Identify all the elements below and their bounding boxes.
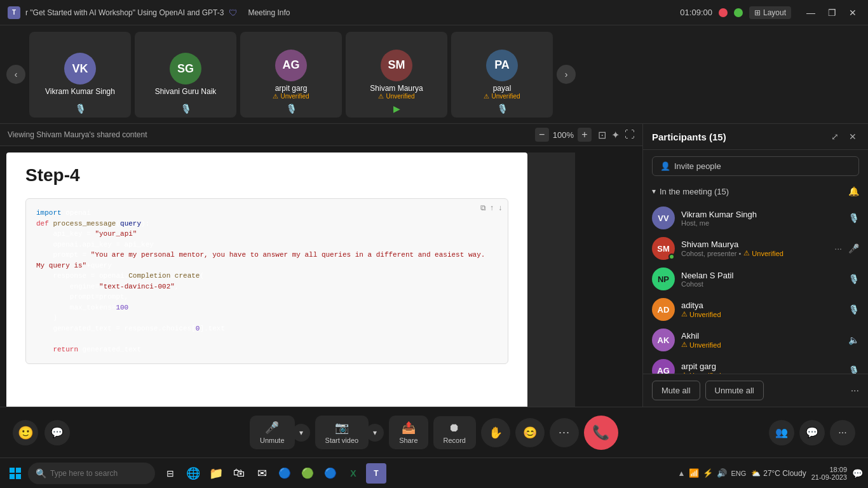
- list-item[interactable]: SM Shivam Maurya Cohost, presenter • ⚠ U…: [643, 233, 868, 264]
- participant-info-np: Neelan S Patil Cohost: [681, 271, 842, 288]
- participant-role-sm: Cohost, presenter • ⚠ Unverified: [681, 249, 828, 257]
- unmute-arrow-btn[interactable]: ▾: [292, 424, 310, 442]
- participants-strip: ‹ VK Vikram Kumar Singh 🎙️ SG Shivani Gu…: [0, 25, 868, 124]
- zoom-out-btn[interactable]: −: [535, 128, 549, 142]
- close-btn[interactable]: ✕: [845, 6, 860, 19]
- taskbar-chrome3-btn[interactable]: 🔵: [320, 463, 341, 484]
- ctrl-center: 🎤 Unmute ▾ 📷 Start video ▾ 📤 Share ⏺ Re: [250, 416, 618, 450]
- magic-icon[interactable]: ✦: [611, 129, 620, 141]
- meeting-info-btn[interactable]: Meeting Info: [243, 7, 295, 18]
- strip-prev-btn[interactable]: ‹: [6, 65, 25, 84]
- copy-icon[interactable]: ⧉: [480, 203, 486, 214]
- taskbar-excel-btn[interactable]: X: [343, 463, 363, 484]
- maximize-btn[interactable]: ❐: [824, 6, 840, 19]
- list-item[interactable]: AD aditya ⚠ Unverified 🎙️: [643, 294, 868, 325]
- volume-icon[interactable]: 🔊: [717, 468, 727, 478]
- end-call-btn[interactable]: 📞: [584, 416, 618, 450]
- layout-icon: ⊞: [754, 8, 761, 17]
- zoom-controls: − 100% +: [535, 128, 592, 142]
- taskbar-apps: ⊟ 🌐 📁 🛍 ✉ 🔵 🟢 🔵 X T: [160, 463, 386, 484]
- slide-area: Step-4 ⧉ ↑ ↓ import openai def process_m…: [0, 146, 642, 438]
- strip-card-vikram[interactable]: VK Vikram Kumar Singh 🎙️: [29, 32, 131, 118]
- taskbar-explorer-btn[interactable]: 📁: [206, 463, 226, 484]
- invite-people-btn[interactable]: 👤 Invite people: [652, 156, 859, 176]
- more-options-right-btn[interactable]: ···: [830, 420, 855, 445]
- options-icon-sm[interactable]: ···: [834, 243, 842, 254]
- taskbar-store-btn[interactable]: 🛍: [229, 463, 249, 484]
- code-actions: ⧉ ↑ ↓: [480, 203, 503, 214]
- minimize-btn[interactable]: —: [803, 6, 819, 19]
- chat-btn[interactable]: 💬: [799, 420, 825, 445]
- windows-logo-icon: [9, 467, 22, 480]
- unmute-label: Unmute: [260, 437, 285, 444]
- list-item[interactable]: NP Neelan S Patil Cohost 🎙️: [643, 264, 868, 294]
- code-line-2: def process_message(query):: [36, 219, 498, 229]
- scroll-up-icon[interactable]: ↑: [490, 203, 494, 214]
- taskbar-search-box[interactable]: 🔍: [28, 463, 155, 484]
- participant-role-vv: Host, me: [681, 219, 842, 227]
- tray-up-arrow[interactable]: ▲: [677, 469, 685, 478]
- list-item[interactable]: VV Vikram Kumar Singh Host, me 🎙️: [643, 203, 868, 233]
- participants-btn[interactable]: 👥: [769, 420, 794, 445]
- raise-hand-btn[interactable]: ✋: [481, 418, 510, 447]
- taskbar-chrome2-btn[interactable]: 🟢: [297, 463, 318, 484]
- weather-text: 27°C Cloudy: [763, 469, 806, 478]
- mic-icon-np: 🎙️: [848, 274, 859, 284]
- chevron-down-icon: ▾: [652, 187, 656, 196]
- unmute-all-btn[interactable]: Unmute all: [705, 381, 764, 400]
- strip-mic-shivani: 🎙️: [180, 104, 191, 114]
- more-btn[interactable]: ···: [550, 418, 579, 447]
- share-btn[interactable]: 📤 Share: [389, 416, 428, 449]
- video-arrow-btn[interactable]: ▾: [366, 424, 384, 442]
- chat-toggle-btn[interactable]: 💬: [44, 420, 70, 445]
- strip-avatar-arpit: AG: [275, 50, 307, 81]
- strip-card-arpit[interactable]: AG arpit garg ⚠Unverified 🎙️: [240, 32, 342, 118]
- strip-card-shivam[interactable]: SM Shivam Maurya ⚠Unverified ▶: [346, 32, 447, 118]
- layout-btn[interactable]: ⊞ Layout: [749, 6, 791, 19]
- fullscreen-icon[interactable]: ⛶: [625, 129, 635, 141]
- section-header[interactable]: ▾ In the meeting (15) 🔔: [643, 182, 868, 200]
- search-input[interactable]: [50, 469, 147, 478]
- taskbar-teams-btn[interactable]: T: [366, 463, 386, 484]
- zoom-in-btn[interactable]: +: [578, 128, 592, 142]
- taskbar-taskview-btn[interactable]: ⊟: [160, 463, 180, 484]
- strip-card-payal[interactable]: PA payal ⚠Unverified 🎙️: [451, 32, 553, 118]
- list-item[interactable]: AK Akhil ⚠ Unverified 🔈: [643, 325, 868, 355]
- code-line-12: return generated_text: [36, 344, 498, 355]
- toolbar-icons: ⊡ ✦ ⛶: [598, 129, 635, 141]
- taskbar-edge-btn[interactable]: 🌐: [183, 463, 203, 484]
- panel-popout-btn[interactable]: ⤢: [829, 130, 841, 143]
- strip-card-shivani[interactable]: SG Shivani Guru Naik 🎙️: [135, 32, 236, 118]
- strip-next-btn[interactable]: ›: [557, 65, 576, 84]
- scroll-down-icon[interactable]: ↓: [498, 203, 503, 214]
- reactions-btn[interactable]: 😊: [515, 418, 545, 447]
- start-video-btn[interactable]: 📷 Start video: [315, 416, 369, 449]
- list-item[interactable]: AG arpit garg ⚠ Unverified 🎙️: [643, 355, 868, 374]
- avatar-display-btn[interactable]: 🙂: [13, 420, 38, 445]
- start-btn[interactable]: [5, 463, 25, 484]
- share-group: 📤 Share: [389, 416, 428, 449]
- record-btn[interactable]: ⏺ Record: [433, 416, 476, 449]
- unmute-btn[interactable]: 🎤 Unmute: [250, 416, 295, 449]
- more-options-btn[interactable]: ···: [851, 385, 859, 396]
- shield-icon: 🛡: [229, 8, 238, 18]
- notification-icon[interactable]: 💬: [852, 468, 863, 478]
- code-line-7: engine="text-davinci-002",: [36, 281, 498, 292]
- unverified-badge-ad: ⚠ Unverified: [681, 310, 842, 318]
- mic-icon-ag: 🎙️: [848, 365, 859, 374]
- panel-title: Participants (15): [652, 132, 824, 142]
- taskbar-chrome-btn[interactable]: 🔵: [275, 463, 295, 484]
- strip-unverified-arpit: ⚠Unverified: [273, 93, 309, 100]
- participant-info-vv: Vikram Kumar Singh Host, me: [681, 210, 842, 227]
- taskbar-right: ▲ 📶 ⚡ 🔊 ENG ⛅ 27°C Cloudy 18:09 21-09-20…: [677, 466, 863, 481]
- network-icon: 📶: [689, 468, 699, 478]
- time-display: 01:09:00: [680, 8, 712, 17]
- panel-close-btn[interactable]: ✕: [846, 130, 859, 143]
- mic-icon-vv: 🎙️: [848, 213, 859, 223]
- screen-icon[interactable]: ⊡: [598, 129, 606, 141]
- participant-name-sm: Shivam Maurya: [681, 240, 828, 249]
- section-label: In the meeting (15): [660, 187, 729, 196]
- participant-avatar-sm: SM: [652, 237, 675, 260]
- mute-all-btn[interactable]: Mute all: [652, 381, 700, 400]
- taskbar-mail-btn[interactable]: ✉: [252, 463, 272, 484]
